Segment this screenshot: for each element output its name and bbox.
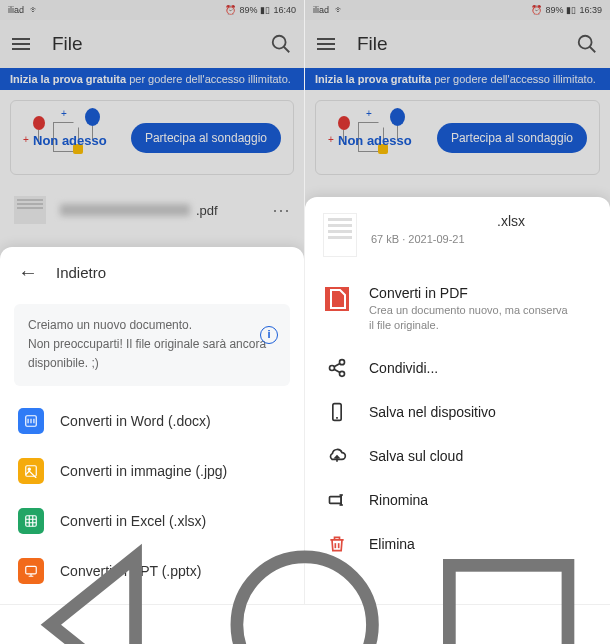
- save-cloud-label: Salva sul cloud: [369, 448, 463, 464]
- info-line2: Non preoccuparti! Il file originale sarà…: [28, 335, 276, 373]
- file-name: .xlsx: [371, 213, 525, 229]
- alarm-icon: ⏰: [225, 5, 236, 15]
- svg-line-12: [334, 363, 340, 366]
- search-icon[interactable]: [270, 33, 292, 55]
- nav-recent-icon[interactable]: [407, 523, 610, 644]
- time-label: 16:40: [273, 5, 296, 15]
- info-icon[interactable]: i: [260, 326, 278, 344]
- svg-rect-23: [449, 565, 568, 644]
- share-label: Condividi...: [369, 360, 438, 376]
- banner-rest: per godere dell'accesso illimitato.: [434, 73, 596, 85]
- battery-label: 89%: [239, 5, 257, 15]
- system-navbar: [0, 604, 610, 644]
- convert-word-label: Converti in Word (.docx): [60, 413, 211, 429]
- svg-point-4: [28, 468, 30, 470]
- convert-pdf-sub: Crea un documento nuovo, ma conserva il …: [369, 303, 569, 334]
- survey-button[interactable]: Partecipa al sondaggio: [131, 123, 281, 153]
- svg-point-9: [340, 359, 345, 364]
- svg-line-1: [284, 47, 290, 53]
- trial-banner[interactable]: Inizia la prova gratuita per godere dell…: [305, 68, 610, 90]
- page-title: File: [357, 33, 576, 55]
- svg-rect-3: [26, 465, 37, 476]
- alarm-icon: ⏰: [531, 5, 542, 15]
- device-icon: [325, 402, 349, 422]
- banner-strong: Inizia la prova gratuita: [315, 73, 431, 85]
- back-label: Indietro: [56, 264, 106, 281]
- topbar-right: File: [305, 20, 610, 68]
- page-title: File: [52, 33, 270, 55]
- file-name: .pdf: [60, 203, 218, 218]
- svg-point-10: [330, 365, 335, 370]
- statusbar-left: iliadᯤ ⏰89%▮▯16:40: [0, 0, 304, 20]
- share-icon: [325, 358, 349, 378]
- statusbar-right: iliadᯤ ⏰89%▮▯16:39: [305, 0, 610, 20]
- sheet-file-header: .xlsx 67 kB · 2021-09-21: [305, 197, 610, 273]
- file-meta: 67 kB · 2021-09-21: [371, 233, 525, 245]
- not-now-link[interactable]: Non adesso: [33, 133, 107, 148]
- battery-icon: ▮▯: [260, 5, 270, 15]
- word-icon: [18, 408, 44, 434]
- convert-pdf-title: Converti in PDF: [369, 285, 569, 301]
- not-now-link[interactable]: Non adesso: [338, 133, 412, 148]
- banner-rest: per godere dell'accesso illimitato.: [129, 73, 291, 85]
- battery-icon: ▮▯: [566, 5, 576, 15]
- wifi-icon: ᯤ: [30, 5, 39, 15]
- svg-line-13: [334, 369, 340, 372]
- convert-pdf-option[interactable]: Converti in PDF Crea un documento nuovo,…: [305, 273, 610, 346]
- file-row[interactable]: .pdf ⋯: [0, 185, 304, 235]
- banner-strong: Inizia la prova gratuita: [10, 73, 126, 85]
- convert-image-label: Converti in immagine (.jpg): [60, 463, 227, 479]
- search-icon[interactable]: [576, 33, 598, 55]
- svg-point-11: [340, 371, 345, 376]
- battery-label: 89%: [545, 5, 563, 15]
- svg-point-22: [237, 557, 373, 644]
- convert-image-option[interactable]: Converti in immagine (.jpg): [0, 446, 304, 496]
- back-arrow-icon[interactable]: ←: [18, 261, 38, 284]
- carrier-label: iliad: [313, 5, 329, 15]
- menu-icon[interactable]: [317, 33, 339, 55]
- svg-point-0: [273, 36, 286, 49]
- wifi-icon: ᯤ: [335, 5, 344, 15]
- rename-label: Rinomina: [369, 492, 428, 508]
- file-thumb-icon: [323, 213, 357, 257]
- info-line1: Creiamo un nuovo documento.: [28, 316, 276, 335]
- info-box: Creiamo un nuovo documento. Non preoccup…: [14, 304, 290, 386]
- save-device-label: Salva nel dispositivo: [369, 404, 496, 420]
- nav-back-icon[interactable]: [0, 523, 203, 644]
- cloud-icon: [325, 446, 349, 466]
- menu-icon[interactable]: [12, 33, 34, 55]
- trial-banner[interactable]: Inizia la prova gratuita per godere dell…: [0, 68, 304, 90]
- svg-rect-16: [330, 496, 342, 503]
- rename-icon: [325, 490, 349, 510]
- svg-point-7: [579, 36, 592, 49]
- svg-line-8: [590, 47, 596, 53]
- more-icon[interactable]: ⋯: [272, 199, 290, 221]
- rename-option[interactable]: Rinomina: [305, 478, 610, 522]
- save-device-option[interactable]: Salva nel dispositivo: [305, 390, 610, 434]
- promo-card: ++ Non adesso Partecipa al sondaggio: [315, 100, 600, 175]
- save-cloud-option[interactable]: Salva sul cloud: [305, 434, 610, 478]
- file-thumb-icon: [14, 196, 46, 224]
- nav-home-icon[interactable]: [203, 523, 406, 644]
- share-option[interactable]: Condividi...: [305, 346, 610, 390]
- convert-word-option[interactable]: Converti in Word (.docx): [0, 396, 304, 446]
- pdf-icon: [325, 287, 349, 311]
- topbar-left: File: [0, 20, 304, 68]
- time-label: 16:39: [579, 5, 602, 15]
- image-icon: [18, 458, 44, 484]
- survey-button[interactable]: Partecipa al sondaggio: [437, 123, 587, 153]
- carrier-label: iliad: [8, 5, 24, 15]
- promo-card: ++ Non adesso Partecipa al sondaggio: [10, 100, 294, 175]
